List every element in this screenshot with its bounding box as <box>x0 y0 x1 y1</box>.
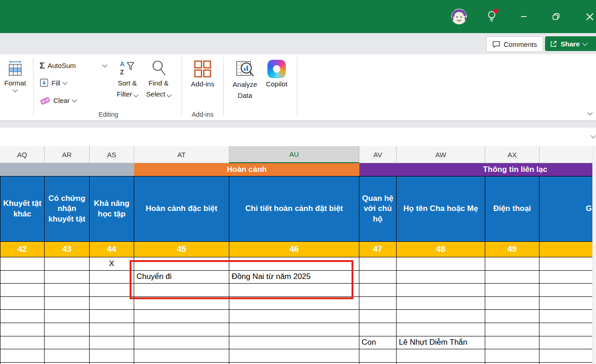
table-header-cell[interactable]: Khả năng học tập <box>90 176 134 241</box>
data-cell[interactable] <box>397 310 485 323</box>
data-cell[interactable] <box>90 310 134 323</box>
comments-button[interactable]: Comments <box>486 36 543 52</box>
data-cell[interactable] <box>229 349 359 363</box>
data-cell[interactable] <box>539 257 593 271</box>
data-cell[interactable] <box>229 284 359 297</box>
lightbulb-notification-button[interactable] <box>482 8 501 25</box>
field-number-cell[interactable]: 44 <box>90 241 134 257</box>
data-cell[interactable] <box>229 257 359 271</box>
data-cell[interactable]: X <box>90 257 134 271</box>
format-button[interactable]: Format <box>1 57 29 113</box>
data-cell[interactable] <box>45 349 90 363</box>
add-ins-button[interactable]: Add-ins <box>186 57 219 113</box>
column-header-AU[interactable]: AU <box>229 146 359 163</box>
close-button[interactable] <box>580 8 596 25</box>
data-cell[interactable] <box>90 271 134 284</box>
data-cell[interactable] <box>539 297 593 310</box>
data-cell[interactable] <box>134 323 229 336</box>
data-cell[interactable] <box>0 257 45 271</box>
data-cell[interactable]: Con <box>359 336 397 350</box>
data-cell[interactable] <box>0 297 45 310</box>
data-cell[interactable] <box>485 323 539 336</box>
column-header-AS[interactable]: AS <box>90 146 134 163</box>
data-cell[interactable] <box>359 323 397 336</box>
data-cell[interactable] <box>0 336 45 350</box>
table-header-cell[interactable]: Khuyết tật khác <box>0 176 45 241</box>
data-cell[interactable] <box>134 284 229 297</box>
data-cell[interactable] <box>134 297 229 310</box>
data-cell[interactable] <box>485 284 539 297</box>
data-cell[interactable] <box>359 257 397 271</box>
data-cell[interactable] <box>485 257 539 271</box>
table-header-cell[interactable]: Chi tiết hoàn cảnh đặt biệt <box>229 176 359 241</box>
ribbon-collapse-button[interactable] <box>585 109 595 117</box>
column-header-AV[interactable]: AV <box>359 146 397 163</box>
column-header-AW[interactable]: AW <box>397 146 485 163</box>
data-cell[interactable] <box>90 284 134 297</box>
data-cell[interactable] <box>359 349 397 363</box>
table-header-cell[interactable]: Quan hệ với chủ hộ <box>359 176 397 241</box>
table-header-cell[interactable]: G <box>539 176 593 241</box>
user-avatar[interactable] <box>451 8 467 25</box>
data-cell[interactable] <box>0 349 45 363</box>
data-cell[interactable] <box>485 310 539 323</box>
column-header-AR[interactable]: AR <box>45 146 90 163</box>
data-cell[interactable] <box>229 310 359 323</box>
data-cell[interactable] <box>539 349 593 363</box>
data-cell[interactable] <box>0 310 45 323</box>
autosum-button[interactable]: Σ AutoSum <box>40 59 107 72</box>
column-header-partial[interactable] <box>539 146 593 163</box>
data-cell[interactable] <box>485 271 539 284</box>
data-cell[interactable] <box>90 297 134 310</box>
data-cell[interactable] <box>359 271 397 284</box>
data-cell[interactable] <box>397 271 485 284</box>
table-header-cell[interactable]: Có chứng nhận khuyết tật <box>45 176 90 241</box>
data-cell[interactable] <box>485 336 539 350</box>
data-cell[interactable] <box>45 323 90 336</box>
field-number-cell[interactable]: 49 <box>485 241 539 257</box>
data-cell[interactable] <box>134 310 229 323</box>
data-cell[interactable] <box>539 284 593 297</box>
data-cell[interactable] <box>397 257 485 271</box>
data-cell[interactable] <box>0 284 45 297</box>
column-header-AX[interactable]: AX <box>485 146 539 163</box>
sort-filter-button[interactable]: A Z Sort & Filter <box>113 57 142 113</box>
data-cell[interactable] <box>229 297 359 310</box>
data-cell[interactable] <box>229 336 359 350</box>
band-cell[interactable]: Hoàn cảnh <box>134 163 359 176</box>
data-cell[interactable] <box>539 323 593 336</box>
field-number-cell[interactable]: 43 <box>45 241 90 257</box>
vertical-scrollbar[interactable] <box>592 146 596 364</box>
data-cell[interactable] <box>539 310 593 323</box>
data-cell[interactable] <box>90 349 134 363</box>
data-cell[interactable] <box>45 271 90 284</box>
data-cell[interactable] <box>45 336 90 350</box>
field-number-cell[interactable]: 45 <box>134 241 229 257</box>
data-cell[interactable] <box>134 349 229 363</box>
field-number-cell[interactable]: 47 <box>359 241 397 257</box>
clear-button[interactable]: Clear <box>40 94 76 107</box>
band-cell[interactable]: Thông tin liên lạc <box>359 163 593 176</box>
data-cell[interactable] <box>359 310 397 323</box>
table-header-cell[interactable]: Họ tên Cha hoặc Mẹ <box>397 176 485 241</box>
data-cell[interactable] <box>359 284 397 297</box>
data-cell[interactable] <box>45 284 90 297</box>
data-cell[interactable]: Lê Nhựt Diễm Thắn <box>397 336 485 350</box>
column-header-AT[interactable]: AT <box>134 146 229 163</box>
data-cell[interactable] <box>45 257 90 271</box>
formula-bar-row[interactable] <box>0 128 596 147</box>
band-cell[interactable] <box>0 163 134 176</box>
copilot-button[interactable]: Copilot <box>262 57 291 113</box>
table-header-cell[interactable]: Hoàn cảnh đặc biệt <box>134 176 229 241</box>
data-cell[interactable] <box>397 297 485 310</box>
data-cell[interactable] <box>90 336 134 350</box>
data-cell[interactable] <box>45 310 90 323</box>
data-cell[interactable] <box>359 297 397 310</box>
data-cell[interactable] <box>45 297 90 310</box>
data-cell[interactable] <box>539 271 593 284</box>
data-cell[interactable] <box>397 284 485 297</box>
data-cell[interactable] <box>229 323 359 336</box>
data-cell[interactable] <box>397 323 485 336</box>
data-cell[interactable] <box>485 297 539 310</box>
formula-bar-expand-button[interactable] <box>589 132 596 140</box>
